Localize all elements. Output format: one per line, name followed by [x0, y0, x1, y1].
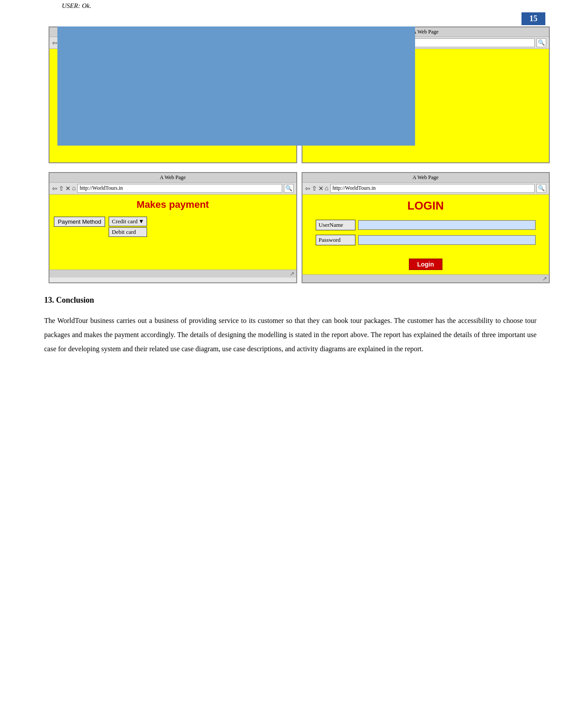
login-form: UserName Password Login [307, 220, 545, 270]
password-input[interactable] [358, 235, 536, 245]
login-address-bar[interactable]: http://WorldTours.in [330, 184, 535, 193]
debit-card-option[interactable]: Debit card [109, 227, 147, 237]
login-home-icon[interactable]: ⌂ [325, 185, 329, 192]
login-search-icon[interactable]: 🔍 [537, 184, 546, 193]
payment-method-button[interactable]: Payment Method [54, 217, 105, 227]
page-number: 15 [521, 12, 545, 25]
payment-method-row: Payment Method Credit card ▼ Debit card [54, 217, 292, 237]
payment-dropdown: Credit card ▼ Debit card [109, 217, 147, 237]
payment-search-icon[interactable]: 🔍 [284, 184, 294, 193]
password-label: Password [316, 235, 355, 245]
payment-resize-handle: ↗ [290, 270, 295, 278]
conclusion-paragraph: The WorldTour business carries out a bus… [44, 314, 537, 356]
bottom-browser-grid: A Web Page ⇦ ⇧ ✕ ⌂ http://WorldTours.in … [49, 172, 550, 283]
dropdown-arrow: ▼ [138, 218, 144, 225]
payment-browser-footer: ↗ [49, 270, 296, 278]
payment-back-icon[interactable]: ⇦ [52, 185, 57, 192]
credit-card-option[interactable]: Credit card ▼ [109, 217, 147, 226]
debit-card-label: Debit card [112, 229, 136, 235]
login-browser-body: LOGIN UserName Password Login [302, 195, 549, 274]
login-browser-title: A Web Page [412, 174, 438, 181]
makes-payment-title: Makes payment [54, 199, 292, 210]
login-button[interactable]: Login [409, 259, 442, 270]
payment-forward-icon[interactable]: ⇧ [59, 185, 64, 192]
browser-titlebar-payment: A Web Page [49, 173, 296, 183]
payment-browser-title: A Web Page [160, 174, 186, 181]
conclusion-heading: 13. Conclusion [44, 296, 537, 305]
browser-titlebar-login: A Web Page [302, 173, 549, 183]
login-browser-footer: ↗ [302, 274, 549, 282]
payment-nav-icons: ⇦ ⇧ ✕ ⌂ [52, 185, 76, 192]
conclusion-section: 13. Conclusion The WorldTour business ca… [44, 296, 537, 365]
payment-browser: A Web Page ⇦ ⇧ ✕ ⌂ http://WorldTours.in … [49, 172, 297, 283]
login-back-icon[interactable]: ⇦ [305, 185, 310, 192]
blue-overlay [57, 26, 415, 146]
username-input[interactable] [358, 220, 536, 230]
browser-title-label-right: A Web Page [412, 29, 438, 35]
login-title: LOGIN [307, 199, 545, 213]
password-row: Password [316, 235, 536, 245]
login-nav-icons: ⇦ ⇧ ✕ ⌂ [305, 185, 329, 192]
payment-address-bar[interactable]: http://WorldTours.in [77, 184, 282, 193]
back-icon[interactable]: ⇦ [52, 39, 57, 47]
login-stop-icon[interactable]: ✕ [318, 185, 324, 192]
credit-card-label: Credit card [112, 218, 137, 225]
login-resize-handle: ↗ [542, 275, 547, 282]
payment-home-icon[interactable]: ⌂ [72, 185, 76, 192]
login-forward-icon[interactable]: ⇧ [312, 185, 317, 192]
user-ok-text: USER: Ok. [62, 2, 91, 10]
browser-toolbar-login: ⇦ ⇧ ✕ ⌂ http://WorldTours.in 🔍 [302, 183, 549, 195]
username-label: UserName [316, 220, 355, 230]
login-browser: A Web Page ⇦ ⇧ ✕ ⌂ http://WorldTours.in … [302, 172, 550, 283]
payment-stop-icon[interactable]: ✕ [65, 185, 71, 192]
browser-toolbar-payment: ⇦ ⇧ ✕ ⌂ http://WorldTours.in 🔍 [49, 183, 296, 195]
search-icon-top-right[interactable]: 🔍 [537, 38, 546, 47]
payment-browser-body: Makes payment Payment Method Credit card… [49, 195, 296, 270]
username-row: UserName [316, 220, 536, 230]
